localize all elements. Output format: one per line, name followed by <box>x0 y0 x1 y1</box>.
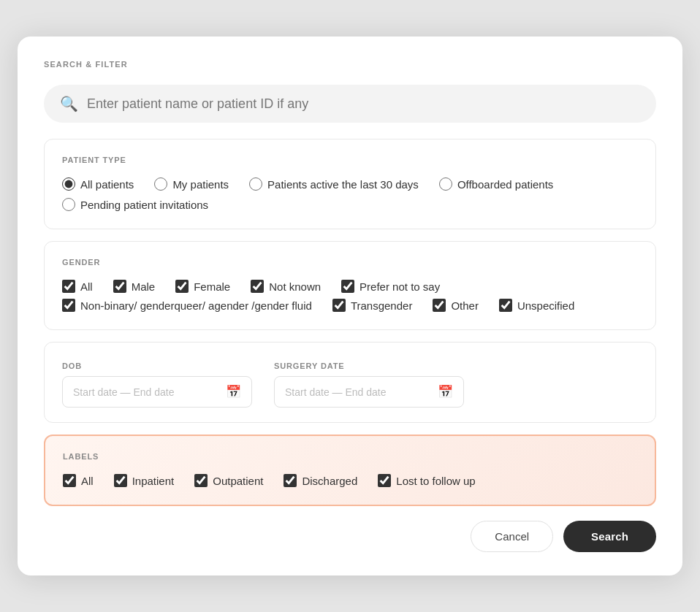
surgery-date-input-wrapper[interactable]: Start date — End date 📅 <box>274 376 464 408</box>
checkbox-gender-other[interactable]: Other <box>433 299 479 312</box>
search-button[interactable]: Search <box>563 521 656 552</box>
radio-active-30[interactable]: Patients active the last 30 days <box>249 177 419 191</box>
patient-type-label: PATIENT TYPE <box>62 156 638 164</box>
dob-input-wrapper[interactable]: Start date — End date 📅 <box>62 376 252 408</box>
checkbox-gender-prefer-not[interactable]: Prefer not to say <box>341 280 440 293</box>
checkbox-label-lost[interactable]: Lost to follow up <box>378 474 475 487</box>
search-bar: 🔍 <box>44 85 656 123</box>
modal-title: SEARCH & FILTER <box>44 60 656 69</box>
checkbox-label-discharged[interactable]: Discharged <box>284 474 357 487</box>
checkbox-gender-unspecified[interactable]: Unspecified <box>499 299 574 312</box>
search-input[interactable] <box>87 96 640 112</box>
surgery-date-group: SURGERY DATE Start date — End date 📅 <box>274 362 464 408</box>
checkbox-gender-non-binary[interactable]: Non-binary/ genderqueer/ agender /gender… <box>62 299 312 312</box>
gender-card: GENDER All Male Female Not known Prefer … <box>44 241 656 330</box>
checkbox-gender-not-known[interactable]: Not known <box>251 280 321 293</box>
surgery-calendar-icon: 📅 <box>438 384 453 399</box>
search-icon: 🔍 <box>60 95 78 112</box>
dob-label: DOB <box>62 362 252 370</box>
gender-group-row1: All Male Female Not known Prefer not to … <box>62 280 638 296</box>
date-card: DOB Start date — End date 📅 SURGERY DATE… <box>44 342 656 423</box>
patient-type-group-row2: Pending patient invitations <box>62 198 638 214</box>
checkbox-gender-male[interactable]: Male <box>113 280 156 293</box>
radio-all-patients[interactable]: All patients <box>62 177 134 191</box>
gender-group-row2: Non-binary/ genderqueer/ agender /gender… <box>62 299 638 315</box>
surgery-date-placeholder: Start date — End date <box>285 386 432 398</box>
checkbox-label-all[interactable]: All <box>63 474 94 487</box>
radio-pending[interactable]: Pending patient invitations <box>62 198 208 211</box>
radio-offboarded[interactable]: Offboarded patients <box>439 177 553 191</box>
radio-my-patients[interactable]: My patients <box>154 177 229 191</box>
cancel-button[interactable]: Cancel <box>471 521 553 552</box>
checkbox-label-inpatient[interactable]: Inpatient <box>114 474 175 487</box>
patient-type-card: PATIENT TYPE All patients My patients Pa… <box>44 139 656 229</box>
footer: Cancel Search <box>44 521 656 552</box>
gender-label: GENDER <box>62 258 638 267</box>
surgery-date-label: SURGERY DATE <box>274 362 464 370</box>
checkbox-gender-transgender[interactable]: Transgender <box>332 299 413 312</box>
checkbox-label-outpatient[interactable]: Outpatient <box>194 474 263 487</box>
dob-calendar-icon: 📅 <box>226 384 241 399</box>
labels-card: LABELS All Inpatient Outpatient Discharg… <box>44 435 656 506</box>
dob-group: DOB Start date — End date 📅 <box>62 362 252 408</box>
search-filter-modal: SEARCH & FILTER 🔍 PATIENT TYPE All patie… <box>18 37 682 575</box>
labels-section-label: LABELS <box>63 452 637 461</box>
date-row: DOB Start date — End date 📅 SURGERY DATE… <box>62 362 638 408</box>
checkbox-gender-all[interactable]: All <box>62 280 93 293</box>
checkbox-gender-female[interactable]: Female <box>175 280 230 293</box>
dob-placeholder: Start date — End date <box>73 386 220 398</box>
labels-group: All Inpatient Outpatient Discharged Lost… <box>63 474 637 490</box>
patient-type-group: All patients My patients Patients active… <box>62 177 638 194</box>
